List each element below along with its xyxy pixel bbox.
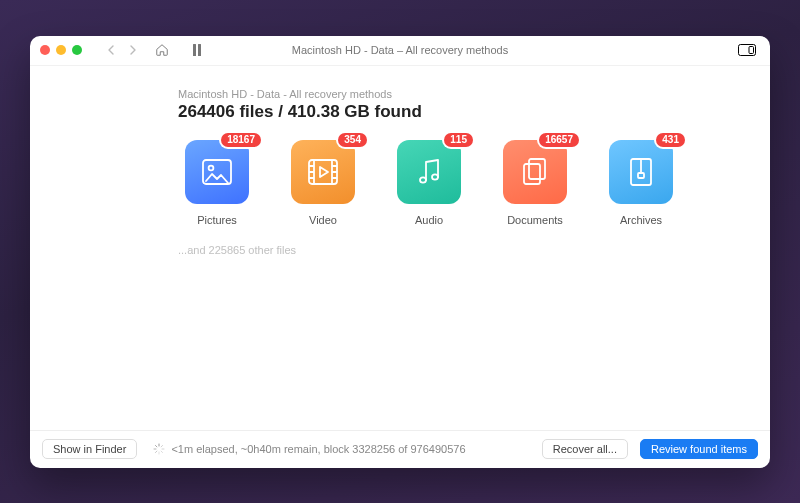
window-title: Macintosh HD - Data – All recovery metho… xyxy=(292,44,508,56)
category-documents: 16657 Documents xyxy=(496,140,574,226)
svg-line-29 xyxy=(161,445,162,446)
back-button[interactable] xyxy=(104,43,118,57)
svg-line-24 xyxy=(156,445,157,446)
content-area: Macintosh HD - Data - All recovery metho… xyxy=(30,66,770,430)
scan-status: <1m elapsed, ~0h40m remain, block 332825… xyxy=(153,443,465,455)
svg-rect-21 xyxy=(638,173,644,178)
svg-line-28 xyxy=(156,451,157,452)
category-pictures: 18167 Pictures xyxy=(178,140,256,226)
documents-icon xyxy=(521,157,549,187)
category-archives: 431 Archives xyxy=(602,140,680,226)
forward-button[interactable] xyxy=(126,43,140,57)
pause-button[interactable] xyxy=(190,43,204,57)
image-icon xyxy=(202,159,232,185)
scan-subtitle: Macintosh HD - Data - All recovery metho… xyxy=(178,88,770,100)
home-button[interactable] xyxy=(154,42,170,58)
footer: Show in Finder <1m elapsed, ~0h40m remai… xyxy=(30,430,770,468)
svg-line-25 xyxy=(161,451,162,452)
svg-rect-3 xyxy=(749,46,754,53)
category-documents-badge: 16657 xyxy=(539,133,579,147)
category-archives-tile[interactable]: 431 xyxy=(609,140,673,204)
category-video: 354 xyxy=(284,140,362,226)
category-audio-badge: 115 xyxy=(444,133,473,147)
category-video-label: Video xyxy=(309,214,337,226)
category-video-badge: 354 xyxy=(338,133,367,147)
svg-point-16 xyxy=(432,174,438,179)
recover-all-button[interactable]: Recover all... xyxy=(542,439,628,459)
svg-point-15 xyxy=(420,177,426,182)
svg-point-5 xyxy=(209,165,214,170)
category-archives-badge: 431 xyxy=(656,133,685,147)
category-audio: 115 Audio xyxy=(390,140,468,226)
view-mode-button[interactable] xyxy=(738,44,756,56)
category-video-tile[interactable]: 354 xyxy=(291,140,355,204)
category-audio-tile[interactable]: 115 xyxy=(397,140,461,204)
film-icon xyxy=(308,159,338,185)
category-pictures-label: Pictures xyxy=(197,214,237,226)
svg-rect-0 xyxy=(193,44,196,56)
nav-arrows xyxy=(104,43,140,57)
music-icon xyxy=(416,158,442,186)
scan-status-text: <1m elapsed, ~0h40m remain, block 332825… xyxy=(171,443,465,455)
svg-rect-18 xyxy=(524,164,540,184)
archive-icon xyxy=(629,157,653,187)
review-found-items-button[interactable]: Review found items xyxy=(640,439,758,459)
category-pictures-badge: 18167 xyxy=(221,133,261,147)
category-pictures-tile[interactable]: 18167 xyxy=(185,140,249,204)
show-in-finder-button[interactable]: Show in Finder xyxy=(42,439,137,459)
titlebar: Macintosh HD - Data – All recovery metho… xyxy=(30,36,770,66)
traffic-lights xyxy=(40,45,82,55)
category-cards: 18167 Pictures 354 xyxy=(178,140,770,226)
category-documents-tile[interactable]: 16657 xyxy=(503,140,567,204)
spinner-icon xyxy=(153,443,165,455)
scan-headline: 264406 files / 410.38 GB found xyxy=(178,102,770,122)
close-window-button[interactable] xyxy=(40,45,50,55)
category-audio-label: Audio xyxy=(415,214,443,226)
zoom-window-button[interactable] xyxy=(72,45,82,55)
minimize-window-button[interactable] xyxy=(56,45,66,55)
other-files-text: ...and 225865 other files xyxy=(178,244,770,256)
titlebar-left xyxy=(40,42,204,58)
svg-rect-17 xyxy=(529,159,545,179)
svg-rect-1 xyxy=(198,44,201,56)
app-window: Macintosh HD - Data – All recovery metho… xyxy=(30,36,770,468)
category-archives-label: Archives xyxy=(620,214,662,226)
category-documents-label: Documents xyxy=(507,214,563,226)
